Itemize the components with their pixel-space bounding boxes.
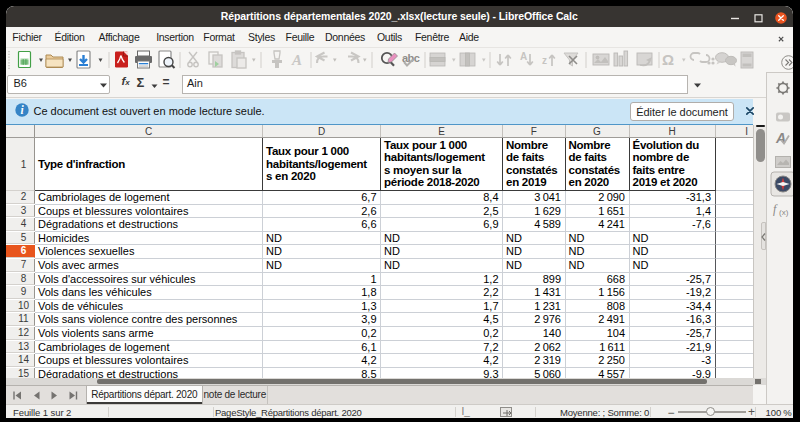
svg-text:A: A bbox=[291, 52, 302, 68]
svg-text:Ω: Ω bbox=[662, 51, 674, 68]
svg-text:(x): (x) bbox=[779, 208, 789, 217]
svg-text:z: z bbox=[542, 55, 547, 66]
svg-text:A: A bbox=[520, 51, 527, 62]
svg-text:f: f bbox=[773, 202, 778, 216]
